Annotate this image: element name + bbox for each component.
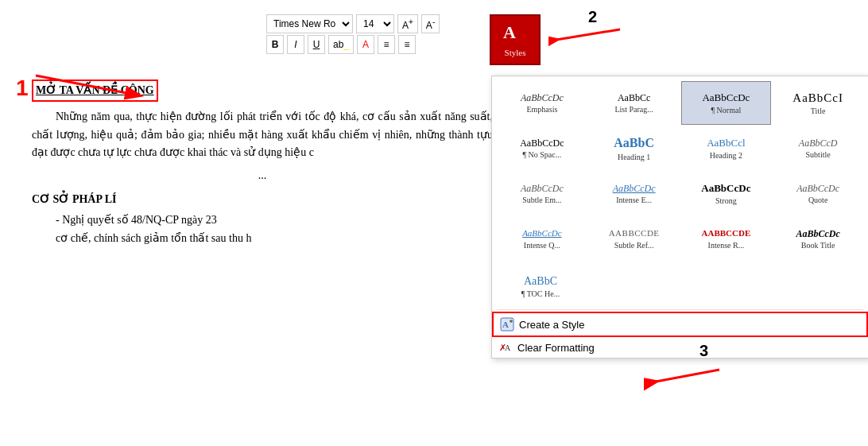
style-name-booktitle: Book Title: [801, 241, 835, 250]
style-name-nospace: ¶ No Spac...: [523, 150, 562, 159]
toolbar: Times New Ro 14 A+ A- B I U ab_ A ≡ ≡: [266, 14, 440, 54]
annotation-number-3: 3: [699, 342, 708, 360]
svg-text:A: A: [503, 22, 516, 42]
doc-para3: cơ chế, chính sách giảm tổn thất sau thu…: [32, 230, 493, 247]
style-cell-h2[interactable]: AaBbCcl Heading 2: [681, 126, 772, 170]
style-cell-listpara[interactable]: AaBbCc List Parag...: [589, 81, 680, 125]
style-cell-subtleem[interactable]: AaBbCcDc Subtle Em...: [497, 172, 587, 215]
style-cell-subtitle[interactable]: AaBbCcD Subtitle: [773, 126, 863, 170]
style-name-subtleref: Subtle Ref...: [614, 241, 654, 250]
style-name-subtleem: Subtle Em...: [522, 196, 561, 204]
clear-format-icon: ✗ A: [498, 340, 513, 355]
toolbar-row1: Times New Ro 14 A+ A-: [266, 14, 440, 33]
style-cell-normal[interactable]: AaBbCcDc ¶ Normal: [681, 81, 772, 125]
style-cell-strong[interactable]: AaBbCcDc Strong: [681, 172, 772, 215]
doc-paragraph1: Những năm qua, thực hiện đường lối phát …: [32, 108, 493, 161]
italic-btn[interactable]: I: [287, 35, 304, 54]
style-preview-toche: AaBbC: [524, 275, 557, 289]
styles-a-icon: A: [503, 22, 527, 46]
toolbar-row2: B I U ab_ A ≡ ≡: [266, 35, 440, 54]
style-name-intenseem: Intense E...: [616, 196, 652, 204]
doc-heading2: CƠ SỞ PHÁP LÍ: [32, 191, 493, 208]
style-cell-quote[interactable]: AaBbCcDc Quote: [773, 172, 863, 215]
style-name-title: Title: [811, 107, 826, 115]
style-preview-quote: AaBbCcDc: [796, 183, 839, 194]
style-cell-subtleref[interactable]: AABBCCDE Subtle Ref...: [589, 217, 680, 261]
list-btn[interactable]: ≡: [378, 35, 395, 54]
style-name-listpara: List Parag...: [614, 105, 653, 114]
style-preview-booktitle: AaBbCcDc: [796, 228, 839, 239]
arrow-3: [644, 362, 731, 401]
font-grow-btn[interactable]: A+: [397, 14, 418, 33]
style-preview-subtleref: AABBCCDE: [609, 228, 660, 239]
styles-row5: AaBbC ¶ TOC He...: [492, 266, 868, 308]
style-preview-listpara: AaBbCc: [618, 92, 650, 103]
arrow-2: [548, 17, 628, 49]
style-preview-subtitle: AaBbCcD: [799, 138, 838, 149]
style-name-strong: Strong: [715, 196, 737, 205]
style-name-h1: Heading 1: [618, 153, 650, 161]
svg-text:A: A: [502, 320, 509, 329]
style-cell-h1[interactable]: AaBbC Heading 1: [589, 126, 680, 170]
style-cell-intenser[interactable]: AABBCCDE Intense R...: [681, 217, 772, 261]
style-cell-title[interactable]: AaBbCcI Title: [773, 81, 863, 125]
style-preview-intenseq: AaBbCcDc: [522, 228, 561, 239]
annotation-number-1: 1: [16, 76, 29, 101]
style-name-emphasis: Emphasis: [526, 105, 557, 114]
styles-panel: AaBbCcDc Emphasis AaBbCc List Parag... A…: [491, 76, 868, 359]
font-color-btn[interactable]: A: [357, 35, 374, 54]
style-preview-title: AaBbCcI: [792, 91, 843, 105]
styles-label: Styles: [505, 48, 526, 57]
style-name-quote: Quote: [808, 196, 827, 204]
highlight-btn[interactable]: ab_: [328, 35, 354, 54]
style-name-subtitle: Subtitle: [806, 150, 831, 159]
style-preview-h1: AaBbC: [614, 135, 654, 150]
style-preview-nospace: AaBbCcDc: [520, 138, 564, 149]
font-family-select[interactable]: Times New Ro: [266, 14, 353, 33]
style-preview-subtleem: AaBbCcDc: [521, 183, 564, 194]
svg-line-12: [556, 29, 620, 40]
arrow-1: [28, 68, 155, 107]
style-preview-normal: AaBbCcDc: [702, 91, 750, 104]
style-cell-toche[interactable]: AaBbC ¶ TOC He...: [497, 269, 584, 304]
create-style-icon: A: [500, 317, 514, 332]
styles-button[interactable]: A Styles: [490, 14, 541, 65]
create-style-row[interactable]: A Create a Style: [492, 312, 868, 337]
style-preview-h2: AaBbCcl: [707, 137, 745, 149]
doc-para2: - Nghị quyết số 48/NQ-CP ngày 23: [32, 211, 493, 229]
styles-divider: [497, 309, 863, 310]
style-cell-emphasis[interactable]: AaBbCcDc Emphasis: [497, 81, 587, 125]
style-name-h2: Heading 2: [710, 151, 742, 160]
style-cell-intenseq[interactable]: AaBbCcDc Intense Q...: [497, 217, 587, 261]
style-cell-nospace[interactable]: AaBbCcDc ¶ No Spac...: [497, 126, 587, 170]
style-preview-intenser: AABBCCDE: [702, 228, 751, 239]
bold-btn[interactable]: B: [266, 35, 284, 54]
style-preview-emphasis: AaBbCcDc: [521, 92, 564, 103]
style-name-intenseq: Intense Q...: [524, 241, 560, 250]
style-preview-strong: AaBbCcDc: [701, 182, 750, 195]
svg-line-14: [656, 370, 719, 382]
svg-line-10: [36, 76, 139, 95]
doc-ellipsis: ...: [32, 167, 493, 184]
indent-btn[interactable]: ≡: [398, 35, 416, 54]
svg-text:A: A: [505, 343, 511, 352]
style-name-intenser: Intense R...: [708, 241, 745, 250]
style-cell-booktitle[interactable]: AaBbCcDc Book Title: [773, 217, 863, 261]
styles-grid: AaBbCcDc Emphasis AaBbCc List Parag... A…: [492, 76, 868, 266]
font-shrink-btn[interactable]: A-: [421, 14, 440, 33]
clear-format-row[interactable]: ✗ A Clear Formatting: [492, 337, 868, 358]
underline-btn[interactable]: U: [308, 35, 325, 54]
style-name-normal: ¶ Normal: [711, 106, 742, 114]
style-preview-intenseem: AaBbCcDc: [613, 183, 656, 194]
svg-marker-2: [521, 35, 524, 38]
clear-format-text: Clear Formatting: [517, 342, 595, 354]
font-size-select[interactable]: 14: [356, 14, 394, 33]
style-cell-intenseem[interactable]: AaBbCcDc Intense E...: [589, 172, 680, 215]
create-style-text: Create a Style: [519, 319, 584, 331]
style-name-toche: ¶ TOC He...: [521, 289, 560, 298]
